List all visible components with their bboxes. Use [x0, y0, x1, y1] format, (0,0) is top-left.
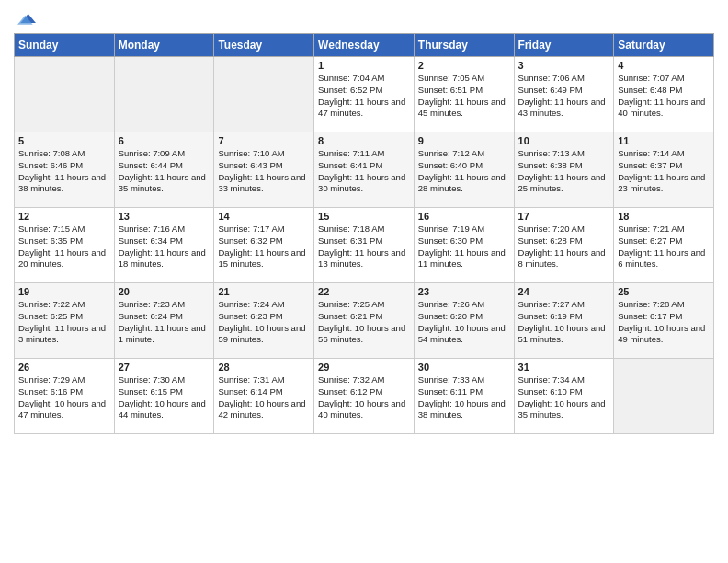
day-number: 9 — [418, 135, 510, 146]
day-info: Sunrise: 7:24 AM Sunset: 6:23 PM Dayligh… — [218, 299, 310, 346]
calendar-cell: 25Sunrise: 7:28 AM Sunset: 6:17 PM Dayli… — [614, 283, 714, 359]
day-info: Sunrise: 7:12 AM Sunset: 6:40 PM Dayligh… — [418, 148, 510, 195]
day-info: Sunrise: 7:25 AM Sunset: 6:21 PM Dayligh… — [318, 299, 410, 346]
day-info: Sunrise: 7:16 AM Sunset: 6:34 PM Dayligh… — [119, 224, 210, 270]
calendar-header-saturday: Saturday — [614, 34, 714, 57]
calendar-header-friday: Friday — [514, 34, 614, 57]
calendar-week-2: 5Sunrise: 7:08 AM Sunset: 6:46 PM Daylig… — [15, 132, 714, 208]
day-number: 19 — [18, 286, 110, 297]
day-info: Sunrise: 7:27 AM Sunset: 6:19 PM Dayligh… — [518, 299, 610, 346]
day-number: 13 — [119, 211, 210, 222]
calendar-cell: 10Sunrise: 7:13 AM Sunset: 6:38 PM Dayli… — [514, 132, 614, 208]
day-info: Sunrise: 7:29 AM Sunset: 6:16 PM Dayligh… — [18, 374, 110, 421]
day-number: 18 — [618, 211, 710, 222]
calendar-cell: 15Sunrise: 7:18 AM Sunset: 6:31 PM Dayli… — [314, 208, 415, 283]
calendar-cell: 21Sunrise: 7:24 AM Sunset: 6:23 PM Dayli… — [214, 283, 314, 359]
calendar-cell: 16Sunrise: 7:19 AM Sunset: 6:30 PM Dayli… — [414, 208, 514, 283]
day-info: Sunrise: 7:09 AM Sunset: 6:44 PM Dayligh… — [119, 148, 210, 195]
day-info: Sunrise: 7:20 AM Sunset: 6:28 PM Dayligh… — [518, 224, 610, 270]
day-info: Sunrise: 7:31 AM Sunset: 6:14 PM Dayligh… — [218, 374, 310, 421]
calendar-cell: 28Sunrise: 7:31 AM Sunset: 6:14 PM Dayli… — [214, 359, 314, 434]
day-info: Sunrise: 7:10 AM Sunset: 6:43 PM Dayligh… — [218, 148, 310, 195]
calendar-cell: 26Sunrise: 7:29 AM Sunset: 6:16 PM Dayli… — [15, 359, 115, 434]
day-number: 5 — [18, 135, 110, 146]
day-number: 23 — [418, 286, 510, 297]
day-info: Sunrise: 7:15 AM Sunset: 6:35 PM Dayligh… — [18, 224, 110, 270]
day-info: Sunrise: 7:13 AM Sunset: 6:38 PM Dayligh… — [518, 148, 610, 195]
calendar-table: SundayMondayTuesdayWednesdayThursdayFrid… — [14, 33, 714, 434]
calendar-cell — [15, 57, 115, 132]
header — [14, 9, 714, 28]
calendar-cell — [614, 359, 714, 434]
day-info: Sunrise: 7:04 AM Sunset: 6:52 PM Dayligh… — [318, 73, 410, 120]
day-number: 21 — [218, 286, 310, 297]
day-number: 24 — [518, 286, 610, 297]
day-info: Sunrise: 7:17 AM Sunset: 6:32 PM Dayligh… — [218, 224, 310, 270]
calendar-cell: 9Sunrise: 7:12 AM Sunset: 6:40 PM Daylig… — [414, 132, 514, 208]
day-info: Sunrise: 7:14 AM Sunset: 6:37 PM Dayligh… — [618, 148, 710, 195]
day-number: 3 — [518, 60, 610, 71]
calendar-cell: 31Sunrise: 7:34 AM Sunset: 6:10 PM Dayli… — [514, 359, 614, 434]
calendar-cell: 30Sunrise: 7:33 AM Sunset: 6:11 PM Dayli… — [414, 359, 514, 434]
calendar-cell: 27Sunrise: 7:30 AM Sunset: 6:15 PM Dayli… — [114, 359, 214, 434]
calendar-cell — [214, 57, 314, 132]
calendar-cell: 13Sunrise: 7:16 AM Sunset: 6:34 PM Dayli… — [114, 208, 214, 283]
day-number: 26 — [18, 362, 110, 373]
day-number: 16 — [418, 211, 510, 222]
calendar-cell: 19Sunrise: 7:22 AM Sunset: 6:25 PM Dayli… — [15, 283, 115, 359]
calendar-cell: 11Sunrise: 7:14 AM Sunset: 6:37 PM Dayli… — [614, 132, 714, 208]
calendar-cell: 12Sunrise: 7:15 AM Sunset: 6:35 PM Dayli… — [15, 208, 115, 283]
calendar-cell: 23Sunrise: 7:26 AM Sunset: 6:20 PM Dayli… — [414, 283, 514, 359]
day-number: 25 — [618, 286, 710, 297]
logo-icon — [17, 9, 36, 28]
calendar-header-sunday: Sunday — [15, 34, 115, 57]
day-number: 17 — [518, 211, 610, 222]
day-info: Sunrise: 7:06 AM Sunset: 6:49 PM Dayligh… — [518, 73, 610, 120]
day-info: Sunrise: 7:23 AM Sunset: 6:24 PM Dayligh… — [119, 299, 210, 346]
calendar-header-tuesday: Tuesday — [214, 34, 314, 57]
day-info: Sunrise: 7:08 AM Sunset: 6:46 PM Dayligh… — [18, 148, 110, 195]
calendar-header-row: SundayMondayTuesdayWednesdayThursdayFrid… — [15, 34, 714, 57]
day-number: 11 — [618, 135, 710, 146]
calendar-cell: 4Sunrise: 7:07 AM Sunset: 6:48 PM Daylig… — [614, 57, 714, 132]
day-info: Sunrise: 7:07 AM Sunset: 6:48 PM Dayligh… — [618, 73, 710, 120]
calendar-cell: 18Sunrise: 7:21 AM Sunset: 6:27 PM Dayli… — [614, 208, 714, 283]
day-number: 29 — [318, 362, 410, 373]
day-info: Sunrise: 7:22 AM Sunset: 6:25 PM Dayligh… — [18, 299, 110, 346]
calendar-cell: 7Sunrise: 7:10 AM Sunset: 6:43 PM Daylig… — [214, 132, 314, 208]
day-info: Sunrise: 7:11 AM Sunset: 6:41 PM Dayligh… — [318, 148, 410, 195]
day-info: Sunrise: 7:30 AM Sunset: 6:15 PM Dayligh… — [119, 374, 210, 421]
day-info: Sunrise: 7:28 AM Sunset: 6:17 PM Dayligh… — [618, 299, 710, 346]
day-number: 22 — [318, 286, 410, 297]
day-number: 2 — [418, 60, 510, 71]
day-info: Sunrise: 7:19 AM Sunset: 6:30 PM Dayligh… — [418, 224, 510, 270]
calendar-cell: 24Sunrise: 7:27 AM Sunset: 6:19 PM Dayli… — [514, 283, 614, 359]
day-number: 27 — [119, 362, 210, 373]
day-number: 30 — [418, 362, 510, 373]
day-info: Sunrise: 7:33 AM Sunset: 6:11 PM Dayligh… — [418, 374, 510, 421]
calendar-cell: 8Sunrise: 7:11 AM Sunset: 6:41 PM Daylig… — [314, 132, 415, 208]
calendar-cell: 1Sunrise: 7:04 AM Sunset: 6:52 PM Daylig… — [314, 57, 415, 132]
calendar-header-monday: Monday — [114, 34, 214, 57]
day-info: Sunrise: 7:26 AM Sunset: 6:20 PM Dayligh… — [418, 299, 510, 346]
day-number: 15 — [318, 211, 410, 222]
calendar-cell: 20Sunrise: 7:23 AM Sunset: 6:24 PM Dayli… — [114, 283, 214, 359]
calendar-cell: 14Sunrise: 7:17 AM Sunset: 6:32 PM Dayli… — [214, 208, 314, 283]
day-number: 4 — [618, 60, 710, 71]
calendar-cell: 3Sunrise: 7:06 AM Sunset: 6:49 PM Daylig… — [514, 57, 614, 132]
day-number: 12 — [18, 211, 110, 222]
calendar-cell: 2Sunrise: 7:05 AM Sunset: 6:51 PM Daylig… — [414, 57, 514, 132]
calendar-cell: 17Sunrise: 7:20 AM Sunset: 6:28 PM Dayli… — [514, 208, 614, 283]
calendar-cell: 22Sunrise: 7:25 AM Sunset: 6:21 PM Dayli… — [314, 283, 415, 359]
calendar-week-4: 19Sunrise: 7:22 AM Sunset: 6:25 PM Dayli… — [15, 283, 714, 359]
logo — [14, 9, 36, 28]
day-number: 31 — [518, 362, 610, 373]
calendar-cell — [114, 57, 214, 132]
day-info: Sunrise: 7:21 AM Sunset: 6:27 PM Dayligh… — [618, 224, 710, 270]
day-number: 20 — [119, 286, 210, 297]
day-number: 1 — [318, 60, 410, 71]
page: SundayMondayTuesdayWednesdayThursdayFrid… — [0, 0, 728, 563]
day-info: Sunrise: 7:34 AM Sunset: 6:10 PM Dayligh… — [518, 374, 610, 421]
calendar-week-1: 1Sunrise: 7:04 AM Sunset: 6:52 PM Daylig… — [15, 57, 714, 132]
day-number: 10 — [518, 135, 610, 146]
